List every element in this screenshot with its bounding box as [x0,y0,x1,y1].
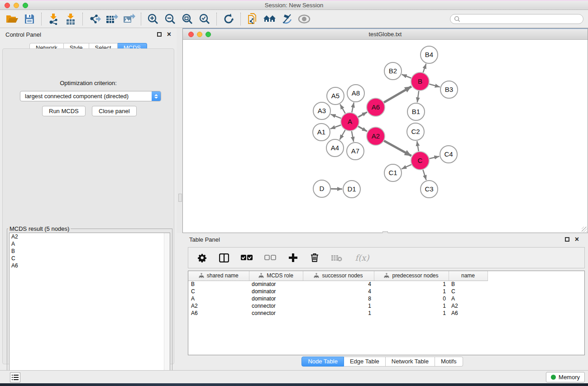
network-window-controls[interactable] [188,32,211,37]
hide-labels-button[interactable] [278,11,296,27]
delete-column-button[interactable] [309,250,320,266]
zoom-in-button[interactable] [144,11,162,27]
graph-edge[interactable] [402,75,411,78]
table-row[interactable]: A6connector11A6 [188,310,488,317]
table-cell[interactable]: 0 [374,295,449,302]
float-panel-icon[interactable] [565,237,569,242]
table-cell[interactable]: B [188,281,249,288]
graph-edge[interactable] [402,165,411,169]
table-cell[interactable]: A6 [188,310,249,317]
close-panel-button[interactable]: Close panel [92,106,137,116]
open-session-button[interactable] [4,11,21,27]
table-cell[interactable]: A2 [188,302,249,310]
node-table[interactable]: shared nameMCDS rolesuccessor nodesprede… [188,271,585,355]
table-cell[interactable]: B [449,281,488,288]
split-divider-handle[interactable] [178,194,182,202]
function-builder-button[interactable]: f(x) [353,250,371,266]
column-view-button[interactable] [218,250,230,266]
table-settings-button[interactable] [196,250,208,266]
column-header[interactable]: successor nodes [303,271,374,281]
graph-edge[interactable] [352,103,354,113]
graph-edge[interactable] [423,170,426,180]
export-network-button[interactable] [86,11,103,27]
table-cell[interactable]: A6 [449,310,488,317]
graph-edge[interactable] [358,112,367,117]
table-cell[interactable]: connector [249,310,303,317]
list-item[interactable]: C [10,255,170,262]
tab-node-table[interactable]: Node Table [301,357,344,367]
tab-edge-table[interactable]: Edge Table [344,357,386,367]
table-row[interactable]: Cdominator41C [188,288,488,295]
search-field[interactable] [450,14,583,24]
table-cell[interactable]: A [188,295,249,302]
table-cell[interactable]: 1 [374,288,449,295]
column-header[interactable]: MCDS role [249,271,303,281]
deselect-all-columns-button[interactable] [263,250,277,266]
table-cell[interactable]: 1 [303,302,374,310]
run-mcds-button[interactable]: Run MCDS [42,106,86,116]
graph-edge[interactable] [429,84,440,87]
mcds-result-list[interactable]: A2ABCA6 [9,233,170,378]
criterion-dropdown[interactable]: largest connected component (directed) [20,91,161,101]
table-cell[interactable]: A2 [449,302,488,310]
table-cell[interactable]: C [188,288,249,295]
table-cell[interactable]: connector [249,302,303,310]
network-window-titlebar[interactable]: testGlobe.txt [183,29,588,40]
table-cell[interactable]: A [449,295,488,302]
table-cell[interactable]: 1 [374,310,449,317]
graph-edge[interactable] [340,104,345,113]
close-window-icon[interactable] [5,3,10,8]
memory-button[interactable]: Memory [546,372,585,382]
task-history-button[interactable] [10,372,20,382]
close-window-icon[interactable] [188,32,194,37]
table-cell[interactable]: 8 [303,295,374,302]
import-network-button[interactable] [45,11,62,27]
table-cell[interactable]: 1 [374,302,449,310]
minimize-window-icon[interactable] [197,32,202,37]
close-panel-icon[interactable]: × [575,237,579,242]
graph-edge[interactable] [358,126,367,131]
zoom-selected-button[interactable] [196,11,213,27]
table-cell[interactable]: dominator [249,295,303,302]
maximize-window-icon[interactable] [206,32,211,37]
network-canvas[interactable]: B4B2BB3A5A8A6A3B1AA1C2A2A4A7C4CC1C3DD1 [183,40,588,233]
graph-edge[interactable] [384,141,411,156]
close-panel-icon[interactable]: × [167,32,171,37]
graph-edge[interactable] [417,91,419,102]
graph-edge[interactable] [339,130,345,139]
export-image-button[interactable] [120,11,138,27]
add-column-button[interactable] [287,250,299,266]
maximize-window-icon[interactable] [23,3,28,8]
refresh-button[interactable] [220,11,237,27]
graph-edge[interactable] [429,157,439,159]
home-button[interactable] [261,11,278,27]
graph-edge[interactable] [352,131,354,142]
save-session-button[interactable] [21,11,38,27]
graph-edge[interactable] [384,86,411,102]
graph-edge[interactable] [417,141,419,152]
show-details-button[interactable] [296,11,313,27]
graph-edge[interactable] [330,125,341,129]
list-item[interactable]: A2 [10,233,170,240]
column-header[interactable]: name [449,271,488,281]
resize-grip-icon[interactable] [582,227,587,232]
window-controls[interactable] [5,3,28,8]
table-cell[interactable]: dominator [249,281,303,288]
column-header[interactable]: shared name [188,271,249,281]
tab-motifs[interactable]: Motifs [435,357,463,367]
table-row[interactable]: Adominator80A [188,295,488,302]
table-cell[interactable]: 1 [374,281,449,288]
table-row[interactable]: A2connector11A2 [188,302,488,310]
search-input[interactable] [463,16,583,22]
delete-table-button[interactable] [330,250,343,266]
float-panel-icon[interactable] [157,32,162,37]
table-cell[interactable]: 4 [303,288,374,295]
graph-edge[interactable] [331,114,341,119]
list-item[interactable]: A6 [10,262,170,269]
column-header[interactable]: predecessor nodes [374,271,449,281]
table-cell[interactable]: 4 [303,281,374,288]
export-table-button[interactable] [103,11,120,27]
list-item[interactable]: B [10,248,170,255]
scrollbar[interactable] [164,233,170,378]
import-table-button[interactable] [62,11,79,27]
